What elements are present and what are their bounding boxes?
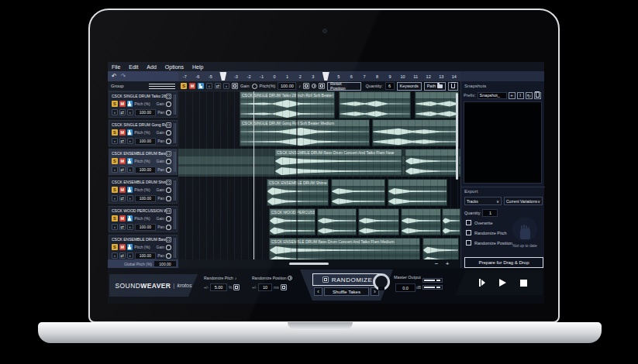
checkbox-row-randomize-position[interactable]: Randomize Position (466, 240, 512, 246)
track-lock-button[interactable] (127, 158, 133, 164)
track-gain-knob[interactable] (166, 130, 171, 136)
track-gain-knob[interactable] (166, 216, 171, 221)
refresh-snapshots-button[interactable]: ↻ (526, 92, 533, 99)
pitch-value[interactable]: 100.00 (278, 82, 296, 90)
randomize-position-value[interactable]: 10 (258, 283, 272, 291)
checkbox-row-randomize-pitch[interactable]: Randomize Pitch (466, 230, 507, 235)
gain-knob[interactable] (252, 84, 257, 89)
checkbox-icon[interactable] (466, 220, 471, 225)
randomize-pitch-value[interactable]: 5.00 (210, 283, 227, 291)
track-next-take-button[interactable]: › (127, 109, 133, 115)
group-menu-icon[interactable] (149, 84, 175, 89)
export-variations-dropdown[interactable]: Current Variations∨ (504, 197, 543, 205)
track-mute-button[interactable]: M (119, 215, 126, 221)
track-gain-knob[interactable] (166, 101, 171, 107)
track-pan-knob[interactable] (166, 167, 171, 173)
audio-clip[interactable] (317, 208, 357, 235)
ruler-tick[interactable] (319, 72, 333, 81)
arrangement-area[interactable]: CSCK SINGLE DRUM Taiko 28 Inch Roll Soft… (178, 91, 460, 259)
track-mute-button[interactable]: M (119, 158, 126, 164)
track-gain-knob[interactable] (166, 159, 171, 164)
track-shuffle-button[interactable]: ⇄ (119, 138, 126, 144)
ruler-handle[interactable] (219, 72, 226, 81)
menu-item-add[interactable]: Add (147, 64, 156, 70)
pitch-dice-icon[interactable] (233, 284, 240, 290)
track-next-take-button[interactable]: › (127, 252, 133, 259)
track-mute-button[interactable]: M (119, 244, 126, 250)
group-header[interactable]: Group (108, 81, 178, 91)
track-prev-take-button[interactable]: ‹ (112, 167, 118, 173)
horizontal-scrollbar[interactable]: − + (178, 259, 460, 268)
track-lock-button[interactable] (127, 101, 133, 107)
track-prev-take-button[interactable]: ‹ (112, 224, 118, 230)
track-shuffle-button[interactable]: ⇄ (119, 109, 126, 115)
audio-clip[interactable] (442, 208, 460, 235)
master-output-value[interactable]: 0.0 (395, 283, 416, 292)
global-pitch-value[interactable]: 100.00 (153, 260, 177, 267)
quantity-value[interactable]: 6 (385, 82, 395, 90)
track-dice-icon[interactable] (166, 122, 171, 128)
track-item[interactable]: CSCK SINGLE DRUM Taiko 28 Inch...SMPitch… (109, 91, 178, 118)
menu-item-options[interactable]: Options (165, 64, 184, 70)
track-prev-take-button[interactable]: ‹ (112, 109, 118, 115)
track-item[interactable]: CSCK ENSEMBLE DRUM Bass Dru...SMPitch (%… (109, 149, 178, 175)
keywords-button[interactable]: Keywords (397, 82, 422, 91)
reset-position-button[interactable]: Reset Position (327, 82, 360, 91)
audio-clip[interactable]: CSCK ENSEMBLE DRUM Bass Drum Concert And… (269, 238, 420, 259)
track-lock-button[interactable] (127, 215, 133, 221)
randomize-button[interactable]: RANDOMIZE (312, 273, 382, 286)
track-gain-knob[interactable] (166, 187, 171, 193)
track-prev-take-button[interactable]: ‹ (112, 138, 118, 144)
timeline-ruler[interactable]: -7-6-5-3-2-10123567891011121314 (178, 71, 460, 81)
track-item[interactable]: CSCK ENSEMBLE DRUM Shime Da...SMPitch (%… (109, 177, 178, 204)
track-solo-button[interactable]: S (112, 215, 118, 221)
track-solo-button[interactable]: S (112, 101, 118, 107)
track-item[interactable]: CSCK ENSEMBLE DRUM Bass Dru...SMPitch (%… (109, 235, 178, 259)
audio-clip[interactable] (372, 119, 459, 146)
solo-button[interactable]: S (181, 83, 187, 89)
track-next-take-button[interactable]: › (127, 224, 133, 230)
menu-item-file[interactable]: File (112, 64, 120, 70)
track-drag-grip[interactable] (174, 180, 176, 201)
track-item[interactable]: CSCK SINGLE DRUM Gong Roll So...SMPitch … (109, 120, 178, 146)
audio-clip[interactable] (388, 179, 447, 206)
track-next-take-button[interactable]: › (127, 138, 133, 144)
menu-item-help[interactable]: Help (192, 64, 203, 70)
vertical-scrollbar[interactable] (456, 93, 458, 180)
track-prev-take-button[interactable]: ‹ (112, 195, 118, 201)
zoom-out-button[interactable]: − (433, 260, 440, 267)
track-dice-icon[interactable] (166, 151, 171, 156)
shuffle-icon[interactable]: ⇄ (215, 83, 221, 89)
checkbox-icon[interactable] (466, 230, 471, 235)
export-tracks-dropdown[interactable]: Tracks∨ (464, 197, 502, 205)
play-button[interactable] (499, 279, 506, 287)
track-item[interactable]: CSCK WOOD PERCUSSION Wood ...SMPitch (%)… (109, 206, 178, 232)
audio-clip[interactable] (415, 91, 459, 118)
ruler-tick[interactable] (217, 72, 230, 81)
audio-clip[interactable] (358, 208, 399, 235)
export-quantity-value[interactable]: 1 (482, 209, 498, 217)
track-drag-grip[interactable] (174, 152, 176, 172)
track-gain-knob[interactable] (166, 245, 171, 250)
track-mute-button[interactable]: M (119, 101, 126, 107)
track-solo-button[interactable]: S (112, 158, 118, 164)
scrollbar-thumb[interactable] (289, 263, 329, 265)
track-mute-button[interactable]: M (119, 129, 126, 136)
track-pitch-value[interactable]: 100.00 (135, 167, 157, 173)
ruler-handle[interactable] (322, 72, 329, 81)
track-pan-knob[interactable] (166, 225, 171, 230)
track-lock-button[interactable] (127, 244, 133, 250)
track-pitch-value[interactable]: 100.00 (135, 195, 157, 202)
track-pitch-value[interactable]: 100.00 (135, 109, 157, 116)
delete-snapshot-button[interactable] (534, 92, 541, 99)
track-solo-button[interactable]: S (112, 129, 118, 136)
next-take-button[interactable]: › (223, 83, 229, 89)
track-mute-button[interactable]: M (119, 187, 126, 193)
track-pan-knob[interactable] (166, 110, 171, 115)
prev-take-button[interactable]: ‹ (206, 83, 212, 89)
shuffle-takes-value[interactable]: Shuffle Takes (324, 287, 369, 296)
audio-clip[interactable]: CSCK SINGLE DRUM Gong Roll Soft Beater M… (240, 119, 370, 146)
dice-icon[interactable] (232, 83, 238, 89)
audio-clip[interactable] (405, 149, 459, 176)
mute-button[interactable]: M (189, 83, 195, 89)
